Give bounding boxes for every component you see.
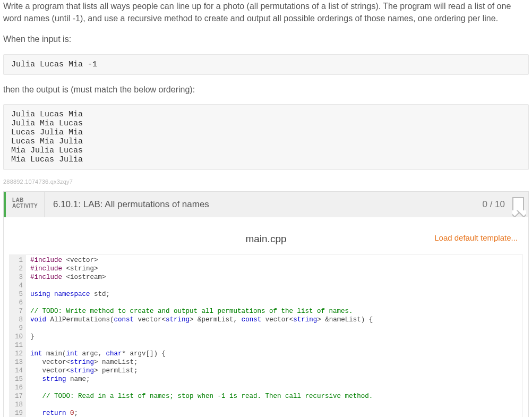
lab-title: 6.10.1: LAB: All permutations of names xyxy=(44,192,475,217)
bookmark-button[interactable] xyxy=(512,192,528,217)
editor-header: main.cpp Load default template... xyxy=(9,233,523,245)
prompt-paragraph-3: then the output is (must match the below… xyxy=(3,83,529,96)
input-example-block: Julia Lucas Mia -1 xyxy=(3,54,529,75)
lab-panel: LAB ACTIVITY 6.10.1: LAB: All permutatio… xyxy=(3,191,529,417)
editor-area: main.cpp Load default template... 1 2 3 … xyxy=(4,217,528,417)
lab-tag-line1: LAB xyxy=(12,197,38,203)
lab-score: 0 / 10 xyxy=(475,192,512,217)
prompt-paragraph-2: When the input is: xyxy=(3,33,529,45)
output-example-block: Julia Lucas Mia Julia Mia Lucas Lucas Ju… xyxy=(3,104,529,170)
hash-text: 288892.1074736.qx3zqy7 xyxy=(3,178,529,185)
lab-tag-line2: ACTIVITY xyxy=(12,203,38,209)
lab-activity-tag: LAB ACTIVITY xyxy=(6,192,44,217)
line-number-gutter: 1 2 3 4 5 6 7 8 9 10 11 12 13 14 15 16 1… xyxy=(10,255,26,417)
load-default-template-link[interactable]: Load default template... xyxy=(434,233,518,242)
bookmark-icon xyxy=(512,197,524,212)
code-editor[interactable]: 1 2 3 4 5 6 7 8 9 10 11 12 13 14 15 16 1… xyxy=(9,254,523,417)
code-content[interactable]: #include <vector> #include <string> #inc… xyxy=(26,255,522,417)
lab-header: LAB ACTIVITY 6.10.1: LAB: All permutatio… xyxy=(4,192,528,217)
prompt-paragraph-1: Write a program that lists all ways peop… xyxy=(3,0,529,24)
